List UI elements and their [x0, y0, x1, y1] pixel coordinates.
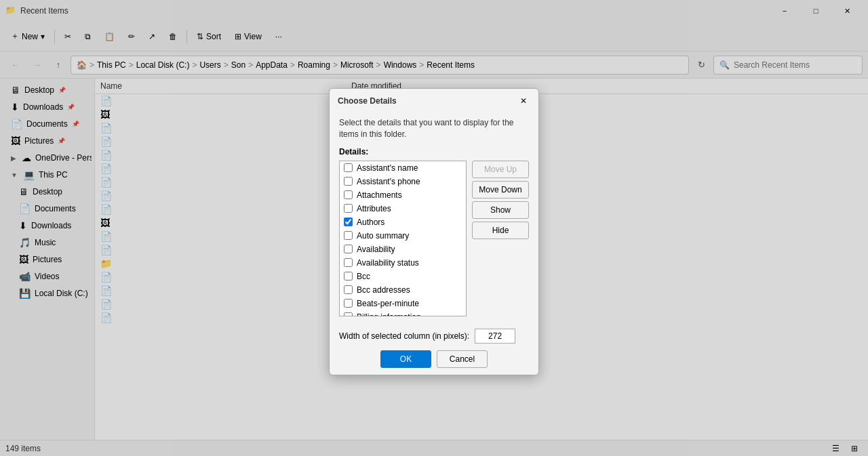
width-label: Width of selected column (in pixels):: [339, 331, 469, 341]
show-button[interactable]: Show: [472, 201, 529, 219]
checkbox[interactable]: [344, 285, 353, 294]
modal-side-buttons: Move Up Move Down Show Hide: [472, 161, 529, 316]
checkbox[interactable]: [344, 272, 353, 281]
checkbox[interactable]: [344, 258, 353, 267]
modal-body: Select the details that you want to disp…: [330, 112, 538, 322]
checkbox[interactable]: [344, 231, 353, 240]
modal-title-bar: Choose Details ✕: [330, 89, 538, 112]
checkbox[interactable]: [344, 312, 353, 316]
checkbox-item[interactable]: Attributes: [340, 202, 466, 215]
ok-button[interactable]: OK: [380, 350, 431, 368]
modal-close-button[interactable]: ✕: [517, 94, 530, 108]
modal-title: Choose Details: [338, 96, 397, 106]
checkbox-item[interactable]: Bcc: [340, 270, 466, 283]
details-checkbox-list[interactable]: Assistant's name Assistant's phone Attac…: [339, 161, 467, 316]
move-up-button[interactable]: Move Up: [472, 161, 529, 178]
checkbox-item[interactable]: Auto summary: [340, 229, 466, 243]
checkbox-item[interactable]: Beats-per-minute: [340, 297, 466, 310]
checkbox-item[interactable]: Bcc addresses: [340, 283, 466, 297]
checkbox-item[interactable]: Availability: [340, 243, 466, 256]
checkbox-item[interactable]: Attachments: [340, 188, 466, 202]
modal-content: Assistant's name Assistant's phone Attac…: [339, 161, 529, 316]
modal-overlay: Choose Details ✕ Select the details that…: [0, 0, 868, 456]
checkbox[interactable]: [344, 299, 353, 308]
modal-details-label: Details:: [339, 147, 529, 157]
modal-footer: Width of selected column (in pixels): OK…: [330, 322, 538, 375]
modal-description: Select the details that you want to disp…: [339, 117, 529, 140]
move-down-button[interactable]: Move Down: [472, 181, 529, 199]
choose-details-dialog: Choose Details ✕ Select the details that…: [329, 88, 539, 375]
checkbox[interactable]: [344, 177, 353, 186]
checkbox-item[interactable]: Assistant's phone: [340, 175, 466, 188]
hide-button[interactable]: Hide: [472, 222, 529, 239]
checkbox-item[interactable]: Authors: [340, 215, 466, 229]
width-row: Width of selected column (in pixels):: [339, 329, 529, 344]
checkbox[interactable]: [344, 163, 353, 172]
checkbox[interactable]: [344, 204, 353, 213]
width-input[interactable]: [475, 329, 515, 344]
checkbox-item[interactable]: Assistant's name: [340, 161, 466, 175]
checkbox[interactable]: [344, 190, 353, 199]
checkbox-authors[interactable]: [344, 217, 353, 226]
modal-footer-actions: OK Cancel: [339, 350, 529, 368]
checkbox-item[interactable]: Billing information: [340, 310, 466, 316]
checkbox-item[interactable]: Availability status: [340, 256, 466, 270]
cancel-button[interactable]: Cancel: [437, 350, 488, 368]
checkbox[interactable]: [344, 245, 353, 253]
